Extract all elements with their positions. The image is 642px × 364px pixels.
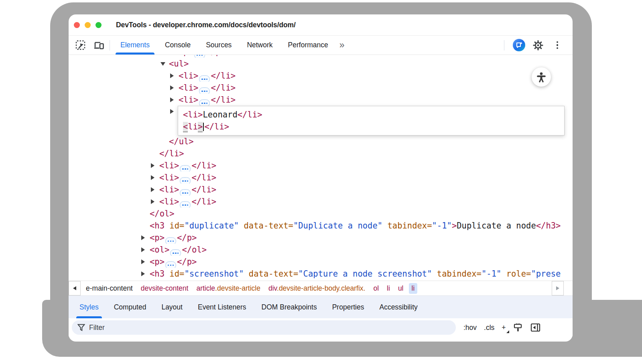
expand-children-button[interactable]: [170, 249, 181, 256]
expand-children-button[interactable]: [180, 201, 191, 208]
dom-node-row[interactable]: <li></li>: [69, 196, 565, 208]
ai-assistance-icon[interactable]: [512, 39, 525, 52]
code-attr-name: data-text=: [239, 221, 293, 231]
breadcrumb-item-e-main-content[interactable]: e-main-content: [83, 283, 136, 294]
dom-node-row[interactable]: <h3 id="screenshot" data-text="Capture a…: [69, 268, 565, 280]
breadcrumb-item-ol[interactable]: ol: [370, 283, 382, 294]
inspect-icon[interactable]: [74, 39, 87, 52]
expand-children-button[interactable]: [165, 261, 176, 268]
dom-node-row[interactable]: <ol></ol>: [69, 244, 565, 256]
expand-arrow-icon[interactable]: [170, 109, 174, 114]
tab-elements[interactable]: Elements: [116, 36, 154, 55]
toggle-sidebar-icon[interactable]: [528, 321, 544, 334]
inline-edit-line: <li></li>: [183, 121, 564, 133]
expand-children-button[interactable]: [180, 189, 191, 196]
expand-children-button[interactable]: [199, 75, 210, 82]
settings-gear-icon[interactable]: [532, 39, 544, 52]
code-tag: </ol>: [150, 209, 175, 218]
expand-arrow-icon[interactable]: [170, 85, 174, 90]
code-tag: >: [452, 221, 457, 231]
dom-node-row[interactable]: <p></p>: [69, 232, 565, 244]
code-tag: <li>: [159, 161, 179, 170]
tab-network[interactable]: Network: [242, 36, 277, 55]
code-tag: <li>: [179, 71, 198, 81]
more-panels-button[interactable]: »: [339, 40, 344, 51]
expand-arrow-icon[interactable]: [151, 199, 154, 204]
sidebar-tab-dom-breakpoints[interactable]: DOM Breakpoints: [257, 296, 322, 318]
breadcrumb-scroll-right-button[interactable]: [552, 281, 564, 295]
chevron-right-icon: [556, 286, 559, 290]
minimize-window-button[interactable]: [85, 22, 91, 28]
inspect-cursor-icon: [75, 40, 86, 51]
code-tag: <li>: [159, 197, 179, 206]
breadcrumb-items: e-main-contentdevsite-contentarticle.dev…: [83, 281, 557, 295]
dom-node-row[interactable]: <ul>: [69, 58, 565, 70]
code-tag: </li>: [191, 197, 216, 206]
dom-node-row[interactable]: </ol>: [69, 208, 565, 220]
sidebar-tab-layout[interactable]: Layout: [156, 296, 187, 318]
code-tag: <h3: [150, 269, 165, 279]
dom-node-row[interactable]: <li></li>: [69, 172, 565, 184]
code-tag: <li>: [159, 185, 179, 194]
toggle-element-state-button[interactable]: :hov: [461, 322, 479, 334]
collapse-arrow-icon[interactable]: [160, 62, 165, 66]
expand-children-button[interactable]: [180, 165, 191, 172]
expand-arrow-icon[interactable]: [141, 271, 145, 276]
dom-node-row[interactable]: <li></li>: [69, 94, 565, 106]
code-tag: </h3>: [536, 221, 561, 231]
code-text: Duplicate a node: [457, 221, 536, 231]
expand-arrow-icon[interactable]: [151, 175, 154, 180]
code-tag: <p>: [150, 257, 165, 267]
expand-arrow-icon[interactable]: [141, 235, 145, 240]
accessibility-overlay-button[interactable]: [532, 67, 551, 87]
breadcrumb-scroll-left-button[interactable]: [69, 281, 81, 295]
dom-node-row[interactable]: <li></li>: [69, 70, 565, 82]
breadcrumb-item-article-devsite-article[interactable]: article.devsite-article: [193, 283, 263, 294]
tab-performance[interactable]: Performance: [283, 36, 333, 55]
breadcrumb-item-ul[interactable]: ul: [395, 283, 406, 294]
sidebar-tab-event-listeners[interactable]: Event Listeners: [193, 296, 251, 318]
dom-node-row[interactable]: </ul>: [69, 135, 565, 148]
sidebar-tab-accessibility[interactable]: Accessibility: [374, 296, 422, 318]
close-window-button[interactable]: [74, 22, 80, 28]
crumb-tag: li: [387, 284, 390, 292]
expand-children-button[interactable]: [180, 177, 191, 184]
breadcrumb-item-div-devsite-article-body-clearfix[interactable]: div.devsite-article-body.clearfix.: [266, 283, 368, 294]
expand-children-button[interactable]: [199, 99, 210, 106]
dom-node-row[interactable]: <p></p>: [69, 55, 565, 58]
tab-sources[interactable]: Sources: [201, 36, 236, 55]
new-style-rule-button[interactable]: +: [499, 322, 508, 333]
toggle-class-button[interactable]: .cls: [481, 322, 497, 334]
expand-arrow-icon[interactable]: [170, 73, 174, 78]
expand-arrow-icon[interactable]: [151, 187, 154, 192]
dom-node-row[interactable]: <li></li>: [69, 82, 565, 94]
breadcrumb-item-devsite-content[interactable]: devsite-content: [138, 283, 191, 294]
window-title: DevTools - developer.chrome.com/docs/dev…: [116, 21, 296, 29]
filter-input[interactable]: Filter: [72, 320, 456, 335]
breadcrumb-item-li[interactable]: li: [409, 283, 418, 294]
expand-arrow-icon[interactable]: [170, 97, 174, 102]
sidebar-tab-styles[interactable]: Styles: [75, 296, 104, 318]
device-toolbar-icon[interactable]: [93, 39, 106, 52]
code-attr-value: "duplicate": [184, 221, 239, 231]
expand-arrow-icon[interactable]: [141, 247, 145, 252]
expand-children-button[interactable]: [199, 87, 210, 94]
tab-console[interactable]: Console: [160, 36, 195, 55]
sidebar-tab-computed[interactable]: Computed: [109, 296, 151, 318]
dom-node-row[interactable]: </li>: [69, 148, 565, 160]
dom-node-row[interactable]: <h3 id="duplicate" data-text="Duplicate …: [69, 220, 565, 232]
zoom-window-button[interactable]: [95, 22, 102, 28]
more-menu-icon[interactable]: [551, 39, 564, 52]
expand-children-button[interactable]: [165, 237, 176, 244]
expand-children-button[interactable]: [194, 55, 205, 58]
breadcrumb-item-li[interactable]: li: [384, 283, 393, 294]
inline-edit-box[interactable]: <li>Leonard</li><li></li>: [178, 106, 565, 135]
expand-arrow-icon[interactable]: [151, 163, 154, 168]
toolbar-divider: [504, 40, 504, 51]
rendering-brush-icon[interactable]: [510, 321, 526, 334]
expand-arrow-icon[interactable]: [141, 259, 145, 264]
sidebar-tab-properties[interactable]: Properties: [327, 296, 369, 318]
dom-node-row[interactable]: <li></li>: [69, 160, 565, 172]
dom-node-row[interactable]: <p></p>: [69, 256, 565, 268]
dom-node-row[interactable]: <li></li>: [69, 184, 565, 196]
